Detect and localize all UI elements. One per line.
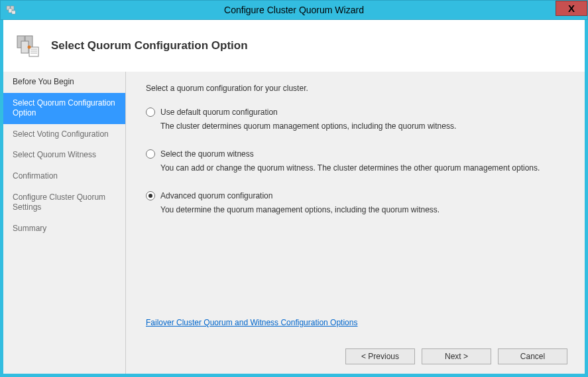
svg-rect-9 [29,47,38,56]
close-button[interactable]: X [556,1,587,16]
titlebar: Configure Cluster Quorum Wizard X [0,0,588,20]
option-default-row[interactable]: Use default quorum configuration [146,108,567,117]
radio-icon [146,149,155,159]
option-advanced: Advanced quorum configuration You determ… [146,191,567,216]
wizard-sidebar: Before You Begin Select Quorum Configura… [3,72,126,374]
svg-point-13 [28,45,31,48]
sidebar-item-select-witness[interactable]: Select Quorum Witness [3,145,125,166]
sidebar-item-confirmation[interactable]: Confirmation [3,166,125,187]
svg-rect-3 [12,11,15,14]
help-link[interactable]: Failover Cluster Quorum and Witness Conf… [146,318,567,327]
option-select-witness-row[interactable]: Select the quorum witness [146,149,567,159]
sidebar-item-label: Select Quorum Witness [13,150,96,159]
radio-icon [146,108,155,117]
option-desc: The cluster determines quorum management… [160,121,567,132]
sidebar-item-label: Select Quorum Configuration Option [13,98,115,118]
svg-rect-8 [21,41,29,53]
page-title: Select Quorum Configuration Option [51,39,248,52]
previous-button[interactable]: < Previous [345,348,415,364]
option-label: Advanced quorum configuration [160,191,272,200]
button-row: < Previous Next > Cancel [345,348,567,364]
cancel-button[interactable]: Cancel [498,348,567,364]
sidebar-item-before-you-begin[interactable]: Before You Begin [3,72,125,93]
sidebar-item-configure-settings[interactable]: Configure Cluster Quorum Settings [3,187,125,218]
window-title: Configure Cluster Quorum Wizard [224,5,364,15]
sidebar-item-label: Select Voting Configuration [13,129,109,139]
close-icon: X [568,3,575,14]
sidebar-item-label: Summary [13,224,46,233]
app-icon [6,5,17,15]
sidebar-item-summary[interactable]: Summary [3,218,125,240]
svg-rect-2 [9,9,12,13]
option-desc: You can add or change the quorum witness… [160,163,567,174]
wizard-frame: Select Quorum Configuration Option Befor… [0,20,588,377]
sidebar-item-label: Confirmation [13,171,58,181]
sidebar-item-select-quorum-config[interactable]: Select Quorum Configuration Option [3,93,125,124]
option-label: Use default quorum configuration [160,108,278,117]
header-panel: Select Quorum Configuration Option [3,20,585,72]
sidebar-item-label: Before You Begin [13,77,74,86]
option-advanced-row[interactable]: Advanced quorum configuration [146,191,567,200]
instruction-text: Select a quorum configuration for your c… [146,84,567,93]
option-desc: You determine the quorum management opti… [160,204,567,216]
option-default: Use default quorum configuration The clu… [146,108,567,132]
wizard-content: Select a quorum configuration for your c… [126,72,585,374]
sidebar-item-select-voting[interactable]: Select Voting Configuration [3,124,125,145]
option-label: Select the quorum witness [160,149,254,159]
next-button[interactable]: Next > [422,348,491,364]
option-select-witness: Select the quorum witness You can add or… [146,149,567,174]
sidebar-item-label: Configure Cluster Quorum Settings [13,192,105,212]
wizard-header-icon [15,33,42,59]
body-panel: Before You Begin Select Quorum Configura… [3,72,585,374]
radio-icon-checked [146,191,155,200]
